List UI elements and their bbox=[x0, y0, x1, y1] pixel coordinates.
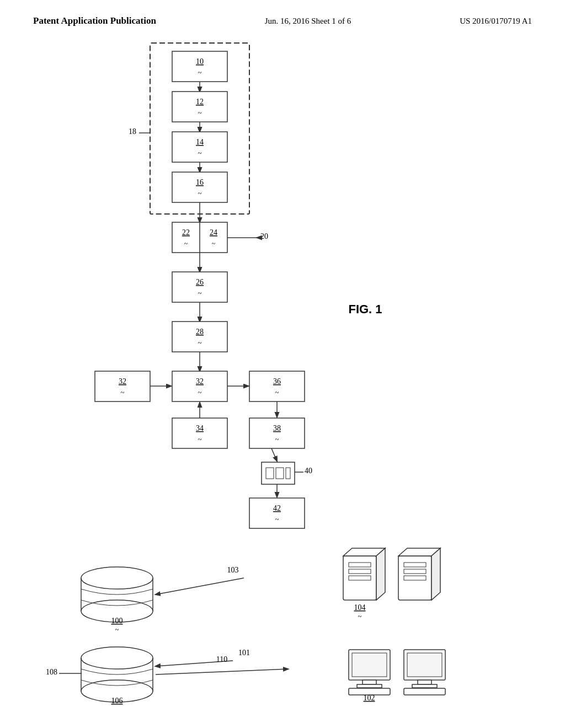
svg-rect-42 bbox=[276, 468, 284, 479]
svg-text:~: ~ bbox=[358, 612, 361, 620]
label-36: 36 bbox=[273, 377, 281, 386]
svg-rect-34 bbox=[172, 418, 227, 448]
svg-line-84 bbox=[156, 578, 244, 595]
svg-rect-76 bbox=[357, 684, 382, 688]
svg-text:~: ~ bbox=[198, 388, 201, 397]
svg-text:~: ~ bbox=[367, 703, 371, 705]
svg-point-49 bbox=[81, 567, 153, 589]
label-10: 10 bbox=[196, 57, 204, 66]
label-110: 110 bbox=[216, 655, 227, 663]
svg-text:~: ~ bbox=[212, 240, 216, 248]
patent-number: US 2016/0170719 A1 bbox=[460, 17, 532, 26]
svg-marker-72 bbox=[431, 548, 440, 600]
label-16: 16 bbox=[196, 178, 204, 186]
fig1-label: FIG. 1 bbox=[348, 302, 382, 316]
label-103: 103 bbox=[227, 566, 239, 574]
svg-text:~: ~ bbox=[198, 339, 201, 347]
label-101: 101 bbox=[238, 649, 250, 657]
svg-rect-37 bbox=[249, 418, 305, 448]
label-24: 24 bbox=[210, 228, 217, 237]
svg-rect-1 bbox=[172, 51, 227, 82]
svg-rect-74 bbox=[352, 653, 387, 677]
svg-text:~: ~ bbox=[275, 435, 279, 443]
label-26: 26 bbox=[196, 278, 204, 286]
svg-rect-81 bbox=[418, 680, 431, 684]
label-106: 106 bbox=[111, 697, 123, 705]
svg-rect-7 bbox=[172, 132, 227, 162]
svg-line-86 bbox=[156, 669, 288, 675]
svg-rect-80 bbox=[407, 653, 442, 677]
svg-marker-65 bbox=[376, 548, 385, 600]
label-104: 104 bbox=[354, 603, 366, 612]
svg-text:~: ~ bbox=[115, 625, 119, 634]
svg-rect-83 bbox=[404, 688, 445, 695]
svg-rect-23 bbox=[172, 322, 227, 352]
svg-text:~: ~ bbox=[198, 435, 201, 443]
page-header: Patent Application Publication Jun. 16, … bbox=[0, 0, 565, 26]
label-12: 12 bbox=[196, 98, 204, 106]
label-34: 34 bbox=[196, 424, 204, 432]
svg-rect-31 bbox=[249, 371, 305, 402]
svg-rect-26 bbox=[95, 371, 150, 402]
svg-line-45 bbox=[271, 448, 277, 461]
svg-rect-4 bbox=[172, 92, 227, 122]
label-38: 38 bbox=[273, 424, 281, 432]
label-32a: 32 bbox=[119, 377, 126, 386]
label-22: 22 bbox=[182, 228, 190, 237]
label-42: 42 bbox=[273, 504, 281, 512]
svg-rect-75 bbox=[363, 680, 376, 684]
svg-rect-82 bbox=[412, 684, 437, 688]
svg-text:~: ~ bbox=[198, 189, 201, 197]
label-18: 18 bbox=[129, 127, 136, 136]
label-32b: 32 bbox=[196, 377, 204, 386]
label-102: 102 bbox=[364, 694, 375, 702]
svg-rect-28 bbox=[172, 371, 227, 402]
label-20: 20 bbox=[260, 232, 268, 240]
label-40: 40 bbox=[305, 467, 312, 475]
svg-text:~: ~ bbox=[184, 240, 188, 248]
svg-text:~: ~ bbox=[198, 149, 201, 157]
svg-text:~: ~ bbox=[198, 289, 201, 297]
svg-rect-43 bbox=[286, 468, 290, 479]
svg-point-54 bbox=[81, 647, 153, 669]
publication-title: Patent Application Publication bbox=[33, 15, 156, 26]
publication-date: Jun. 16, 2016 Sheet 1 of 6 bbox=[265, 17, 351, 26]
svg-text:~: ~ bbox=[198, 109, 201, 117]
svg-text:~: ~ bbox=[275, 515, 279, 523]
patent-diagrams: 10 ~ 12 ~ 14 ~ 16 ~ 18 22 ~ 24 ~ 20 bbox=[23, 26, 542, 705]
label-28: 28 bbox=[196, 328, 204, 336]
label-108: 108 bbox=[46, 668, 57, 676]
svg-text:~: ~ bbox=[275, 388, 279, 397]
svg-rect-46 bbox=[249, 498, 305, 528]
svg-rect-10 bbox=[172, 172, 227, 202]
svg-text:~: ~ bbox=[120, 388, 124, 397]
label-14: 14 bbox=[196, 138, 204, 146]
label-100: 100 bbox=[111, 617, 123, 625]
svg-rect-41 bbox=[266, 468, 274, 479]
svg-text:~: ~ bbox=[198, 68, 201, 77]
svg-rect-20 bbox=[172, 272, 227, 302]
